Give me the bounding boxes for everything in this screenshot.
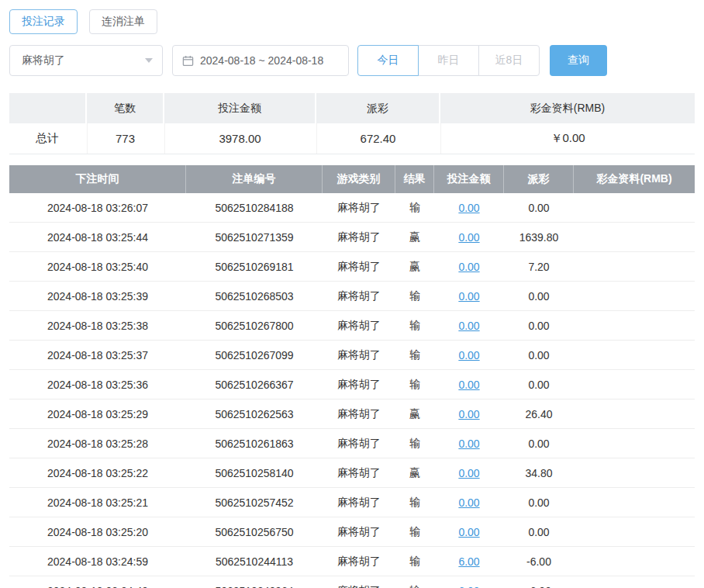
search-button[interactable]: 查询 xyxy=(550,45,607,76)
game-select[interactable]: 麻将胡了 xyxy=(9,45,163,76)
table-row: 2024-08-18 03:25:285062510261863麻将胡了输0.0… xyxy=(9,429,695,458)
today-button[interactable]: 今日 xyxy=(357,45,419,76)
cell-payout: 0.00 xyxy=(504,370,574,399)
cell-payout: 0.00 xyxy=(504,517,574,546)
bet-amount-link[interactable]: 0.00 xyxy=(458,320,479,332)
cell-order-id: 5062510262563 xyxy=(186,399,323,428)
caret-down-icon xyxy=(145,58,153,63)
header-cell-time: 下注时间 xyxy=(9,165,186,193)
cell-order-id: 5062510267800 xyxy=(186,311,323,340)
cell-time: 2024-08-18 03:25:21 xyxy=(9,488,186,517)
cell-order-id: 5062510284188 xyxy=(186,193,323,222)
cell-time: 2024-08-18 03:25:20 xyxy=(9,517,186,546)
quick-date-button-group: 今日 昨日 近8日 xyxy=(357,45,540,76)
tab-cancelled-orders-label: 连消注单 xyxy=(102,15,145,29)
cell-time: 2024-08-18 03:25:40 xyxy=(9,252,186,281)
summary-header-cell-count: 笔数 xyxy=(87,93,163,123)
cell-bet: 0.00 xyxy=(434,193,504,222)
cell-result: 输 xyxy=(395,488,434,517)
cell-bet: 0.00 xyxy=(434,282,504,310)
table-row: 2024-08-18 03:25:395062510268503麻将胡了输0.0… xyxy=(9,282,695,311)
table-row: 2024-08-18 03:25:405062510269181麻将胡了赢0.0… xyxy=(9,252,695,282)
cell-bonus xyxy=(574,576,695,588)
cell-bet: 0.00 xyxy=(434,399,504,428)
cell-game: 麻将胡了 xyxy=(323,547,395,576)
header-cell-order-id: 注单编号 xyxy=(186,165,323,193)
cell-result: 输 xyxy=(395,517,434,546)
cell-bet: 0.00 xyxy=(434,517,504,546)
cell-bonus xyxy=(574,458,695,487)
bet-amount-link[interactable]: 0.00 xyxy=(458,526,479,538)
cell-payout: 0.00 xyxy=(504,341,574,369)
filter-bar: 麻将胡了 2024-08-18 ~ 2024-08-18 今日 昨日 xyxy=(9,45,695,76)
cell-bonus xyxy=(574,193,695,222)
date-range-picker[interactable]: 2024-08-18 ~ 2024-08-18 xyxy=(172,45,349,76)
bet-amount-link[interactable]: 0.00 xyxy=(458,438,479,450)
summary-bonus-value: ￥0.00 xyxy=(440,123,695,154)
calendar-icon xyxy=(182,55,194,67)
cell-bonus xyxy=(574,429,695,458)
cell-game: 麻将胡了 xyxy=(323,252,395,281)
cell-bet: 0.00 xyxy=(434,488,504,517)
cell-game: 麻将胡了 xyxy=(323,311,395,340)
bet-amount-link[interactable]: 0.00 xyxy=(458,467,479,479)
cell-bonus xyxy=(574,547,695,576)
today-button-label: 今日 xyxy=(378,54,399,67)
cell-payout: 34.80 xyxy=(504,458,574,487)
tab-bet-records-label: 投注记录 xyxy=(22,15,65,29)
table-row: 2024-08-18 03:26:075062510284188麻将胡了输0.0… xyxy=(9,193,695,223)
table-row: 2024-08-18 03:25:385062510267800麻将胡了输0.0… xyxy=(9,311,695,341)
cell-time: 2024-08-18 03:25:36 xyxy=(9,370,186,399)
table-row: 2024-08-18 03:25:225062510258140麻将胡了赢0.0… xyxy=(9,458,695,488)
header-cell-result: 结果 xyxy=(395,165,434,193)
cell-order-id: 5062510261863 xyxy=(186,429,323,458)
bet-amount-link[interactable]: 0.00 xyxy=(458,202,479,214)
bet-amount-link[interactable]: 0.00 xyxy=(458,408,479,420)
summary-total-row: 总计 773 3978.00 672.40 ￥0.00 xyxy=(9,123,695,154)
bet-table: 下注时间 注单编号 游戏类别 结果 投注金额 派彩 彩金资料(RMB) 2024… xyxy=(9,165,695,588)
bet-amount-link[interactable]: 0.00 xyxy=(458,231,479,244)
table-row: 2024-08-18 03:25:205062510256750麻将胡了输0.0… xyxy=(9,517,695,547)
cell-bonus xyxy=(574,311,695,340)
cell-result: 输 xyxy=(395,341,434,369)
cell-bonus xyxy=(574,282,695,310)
tab-bet-records[interactable]: 投注记录 xyxy=(9,9,78,34)
summary-header-cell-bonus: 彩金资料(RMB) xyxy=(440,93,695,123)
cell-bonus xyxy=(574,252,695,281)
cell-time: 2024-08-18 03:25:44 xyxy=(9,223,186,251)
cell-order-id: 5062510267099 xyxy=(186,341,323,369)
cell-game: 麻将胡了 xyxy=(323,576,395,588)
yesterday-button[interactable]: 昨日 xyxy=(418,45,479,76)
bet-amount-link[interactable]: 0.00 xyxy=(458,496,479,509)
cell-game: 麻将胡了 xyxy=(323,488,395,517)
cell-game: 麻将胡了 xyxy=(323,399,395,428)
header-cell-bet: 投注金额 xyxy=(434,165,504,193)
cell-bonus xyxy=(574,488,695,517)
tab-cancelled-orders[interactable]: 连消注单 xyxy=(89,9,157,34)
bet-amount-link[interactable]: 6.00 xyxy=(458,585,479,588)
cell-result: 赢 xyxy=(395,458,434,487)
cell-bet: 0.00 xyxy=(434,223,504,251)
cell-order-id: 5062510244113 xyxy=(186,547,323,576)
bet-table-rows: 2024-08-18 03:26:075062510284188麻将胡了输0.0… xyxy=(9,193,695,588)
bet-amount-link[interactable]: 0.00 xyxy=(458,349,479,361)
table-row: 2024-08-18 03:25:295062510262563麻将胡了赢0.0… xyxy=(9,399,695,429)
cell-time: 2024-08-18 03:24:59 xyxy=(9,547,186,576)
cell-game: 麻将胡了 xyxy=(323,223,395,251)
betting-records-page: 投注记录 连消注单 麻将胡了 2024-08-18 ~ 2024-08-18 xyxy=(0,0,704,588)
header-cell-game: 游戏类别 xyxy=(323,165,395,193)
cell-bet: 0.00 xyxy=(434,458,504,487)
bet-amount-link[interactable]: 0.00 xyxy=(458,290,479,303)
summary-header-cell-payout: 派彩 xyxy=(316,93,439,123)
bet-amount-link[interactable]: 0.00 xyxy=(458,261,479,273)
last-8-days-button[interactable]: 近8日 xyxy=(478,45,540,76)
cell-bet: 0.00 xyxy=(434,370,504,399)
cell-game: 麻将胡了 xyxy=(323,458,395,487)
cell-order-id: 5062510257452 xyxy=(186,488,323,517)
bet-amount-link[interactable]: 6.00 xyxy=(458,555,479,568)
cell-result: 赢 xyxy=(395,252,434,281)
cell-result: 输 xyxy=(395,576,434,588)
bet-amount-link[interactable]: 0.00 xyxy=(458,379,479,391)
cell-result: 赢 xyxy=(395,223,434,251)
cell-order-id: 5062510266367 xyxy=(186,370,323,399)
